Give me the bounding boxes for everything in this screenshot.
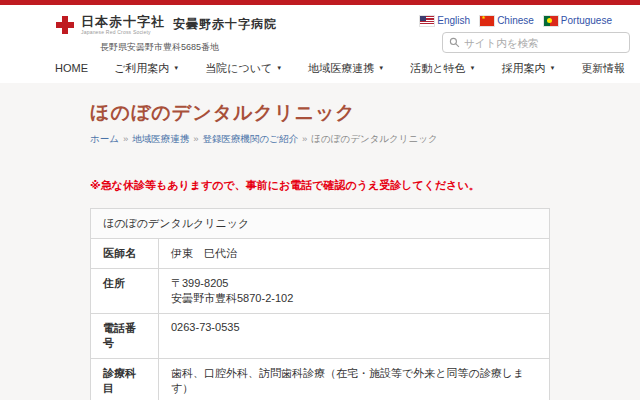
notice-text: ※急な休診等もありますので、事前にお電話で確認のうえ受診してください。 [90, 178, 640, 193]
search-icon [449, 37, 460, 48]
main-nav: HOMEご利用案内▼当院について▼地域医療連携▼活動と特色▼採用案内▼更新情報 [0, 53, 640, 83]
red-cross-icon [55, 15, 75, 35]
row-value: 0263-73-0535 [159, 314, 550, 359]
site-header: 日本赤十字社 Japanese Red Cross Society 安曇野赤十字… [0, 5, 640, 53]
table-row: 住所〒399-8205安曇野市豊科5870-2-102 [91, 269, 550, 314]
nav-item-label: ご利用案内 [114, 61, 169, 76]
breadcrumb-separator: » [123, 133, 128, 144]
table-row: 医師名伊東 巳代治 [91, 239, 550, 269]
table-row: 診療科目歯科、口腔外科、訪問歯科診療（在宅・施設等で外来と同等の診療します） [91, 359, 550, 400]
clinic-table-header: ほのぼのデンタルクリニック [91, 209, 550, 239]
nav-item-label: 活動と特色 [410, 61, 465, 76]
cn-flag-icon [480, 16, 494, 26]
pt-flag-icon [544, 16, 558, 26]
chevron-down-icon: ▼ [549, 65, 555, 71]
language-link-english[interactable]: English [420, 15, 470, 26]
nav-item-home[interactable]: HOME [55, 62, 88, 74]
breadcrumb-link[interactable]: 登録医療機関のご紹介 [203, 133, 298, 144]
site-search [442, 32, 630, 53]
chevron-down-icon: ▼ [173, 65, 179, 71]
nav-item-regional-medical[interactable]: 地域医療連携▼ [308, 61, 384, 76]
language-label: Chinese [497, 15, 534, 26]
page-content: ほのぼのデンタルクリニック ホーム»地域医療連携»登録医療機関のご紹介»ほのぼの… [0, 83, 640, 400]
nav-item-activities[interactable]: 活動と特色▼ [410, 61, 475, 76]
table-row: 電話番号0263-73-0535 [91, 314, 550, 359]
chevron-down-icon: ▼ [469, 65, 475, 71]
nav-item-label: 当院について [205, 61, 272, 76]
org-name: 日本赤十字社 [81, 15, 165, 28]
breadcrumb-current: ほのぼのデンタルクリニック [311, 133, 437, 144]
nav-item-label: HOME [55, 62, 88, 74]
nav-item-recruit[interactable]: 採用案内▼ [501, 61, 555, 76]
table-header-row: ほのぼのデンタルクリニック [91, 209, 550, 239]
nav-item-guide[interactable]: ご利用案内▼ [114, 61, 179, 76]
language-link-portuguese[interactable]: Portuguese [544, 15, 612, 26]
us-flag-icon [420, 16, 434, 26]
logo-link[interactable]: 日本赤十字社 Japanese Red Cross Society 安曇野赤十字… [55, 15, 277, 35]
row-value: 〒399-8205安曇野市豊科5870-2-102 [159, 269, 550, 314]
hospital-address: 長野県安曇野市豊科5685番地 [100, 41, 219, 54]
breadcrumb-link[interactable]: ホーム [90, 133, 119, 144]
nav-item-updates[interactable]: 更新情報 [581, 61, 625, 76]
row-value: 伊東 巳代治 [159, 239, 550, 269]
nav-item-label: 採用案内 [501, 61, 545, 76]
clinic-info-table: ほのぼのデンタルクリニック医師名伊東 巳代治住所〒399-8205安曇野市豊科5… [90, 208, 550, 400]
search-input[interactable] [464, 37, 623, 49]
row-label: 電話番号 [91, 314, 159, 359]
nav-item-label: 地域医療連携 [308, 61, 374, 76]
nav-item-label: 更新情報 [581, 61, 625, 76]
language-link-chinese[interactable]: Chinese [480, 15, 534, 26]
chevron-down-icon: ▼ [378, 65, 384, 71]
row-label: 医師名 [91, 239, 159, 269]
row-label: 住所 [91, 269, 159, 314]
nav-item-about[interactable]: 当院について▼ [205, 61, 282, 76]
chevron-down-icon: ▼ [276, 65, 282, 71]
language-label: English [437, 15, 470, 26]
page-title: ほのぼのデンタルクリニック [90, 100, 640, 126]
language-switcher: EnglishChinesePortuguese [420, 15, 612, 26]
breadcrumb-separator: » [302, 133, 307, 144]
breadcrumb-separator: » [193, 133, 198, 144]
breadcrumb: ホーム»地域医療連携»登録医療機関のご紹介»ほのぼのデンタルクリニック [90, 133, 640, 146]
hospital-name: 安曇野赤十字病院 [173, 16, 277, 33]
org-subtitle: Japanese Red Cross Society [81, 30, 165, 35]
row-value: 歯科、口腔外科、訪問歯科診療（在宅・施設等で外来と同等の診療します） [159, 359, 550, 400]
language-label: Portuguese [561, 15, 612, 26]
org-block: 日本赤十字社 Japanese Red Cross Society [81, 15, 165, 35]
breadcrumb-link[interactable]: 地域医療連携 [132, 133, 189, 144]
row-label: 診療科目 [91, 359, 159, 400]
